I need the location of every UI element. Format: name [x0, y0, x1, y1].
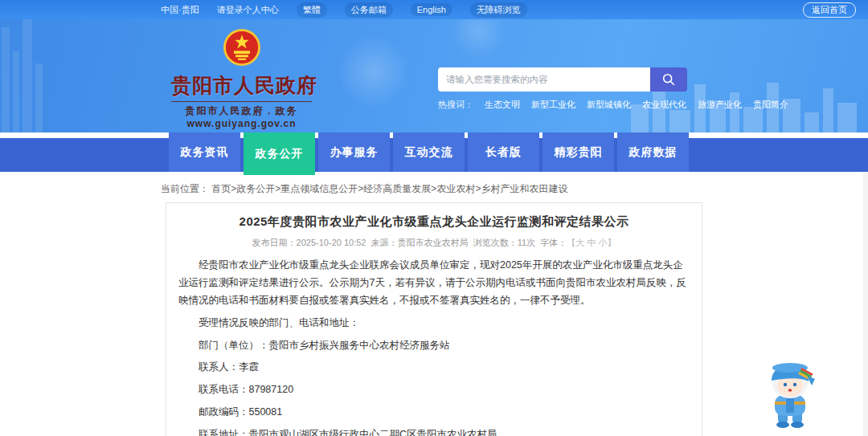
nav-item[interactable]: 精彩贵阳 — [542, 132, 614, 172]
breadcrumb: 当前位置： 首页>政务公开>重点领域信息公开>经济高质量发展>农业农村>乡村产业… — [161, 182, 707, 196]
article-title: 2025年度贵阳市农业产业化市级重点龙头企业运行监测和评定结果公示 — [178, 214, 690, 230]
national-emblem-icon — [223, 29, 260, 66]
nav-item[interactable]: 政务资讯 — [169, 132, 240, 172]
hot-search-label: 热搜词： — [438, 99, 473, 111]
search-input[interactable] — [438, 67, 650, 92]
article-paragraph: 经贵阳市农业产业化市级重点龙头企业联席会议成员单位审定，现对2025年开展的农业… — [178, 257, 690, 310]
article-meta: 发布日期：2025-10-20 10:52 来源：贵阳市农业农村局 浏览次数：1… — [178, 237, 690, 249]
search-icon — [661, 72, 676, 87]
service-mascot-icon[interactable] — [762, 360, 818, 429]
search-button[interactable] — [650, 67, 687, 92]
article-paragraph: 部门（单位）：贵阳市乡村振兴服务中心农村经济服务站 — [178, 337, 690, 355]
article-body: 经贵阳市农业产业化市级重点龙头企业联席会议成员单位审定，现对2025年开展的农业… — [178, 257, 690, 436]
back-to-home-button[interactable]: 返回首页 — [803, 2, 856, 18]
main-nav: 政务资讯政务公开办事服务互动交流长者版精彩贵阳政府数据 — [0, 132, 868, 173]
skyline-left-decoration — [0, 19, 48, 132]
hot-search-word[interactable]: 贵阳简介 — [753, 99, 788, 111]
nav-item[interactable]: 长者版 — [468, 132, 539, 172]
nav-item[interactable]: 办事服务 — [318, 132, 390, 172]
article-paragraph: 受理情况反映的部门、电话和地址： — [178, 315, 690, 332]
topbar-link[interactable]: 中国·贵阳 — [161, 4, 199, 16]
hot-search-word[interactable]: 新型工业化 — [531, 99, 575, 111]
article-card: 2025年度贵阳市农业产业化市级重点龙头企业运行监测和评定结果公示 发布日期：2… — [166, 202, 702, 436]
scrollbar[interactable] — [863, 173, 868, 436]
nav-item[interactable]: 互动交流 — [393, 132, 465, 172]
hot-search-word[interactable]: 生态文明 — [485, 99, 520, 111]
topbar-link[interactable]: English — [411, 3, 452, 16]
nav-item[interactable]: 政府数据 — [617, 132, 689, 172]
article-paragraph: 联系地址：贵阳市观山湖区市级行政中心二期C区贵阳市农业农村局 — [178, 426, 690, 436]
article-source: 来源：贵阳市农业农村局 — [371, 238, 469, 247]
site-subtitle: 贵阳市人民政府．政务 — [171, 101, 312, 118]
hot-search-word[interactable]: 农业现代化 — [642, 99, 686, 111]
topbar-links: 中国·贵阳请登录个人中心繁體公务邮箱English无障碍浏览 — [161, 2, 527, 18]
breadcrumb-label: 当前位置： — [161, 183, 209, 194]
hot-search-word[interactable]: 旅游产业化 — [698, 99, 742, 111]
hot-search-word[interactable]: 新型城镇化 — [587, 99, 631, 111]
font-size-label: 字体： — [540, 238, 567, 247]
site-logo[interactable]: 贵阳市人民政府 贵阳市人民政府．政务 www.guiyang.gov.cn — [171, 29, 312, 129]
search-area: 热搜词： 生态文明新型工业化新型城镇化农业现代化旅游产业化贵阳简介 — [438, 67, 687, 111]
header-banner: 贵阳市人民政府 贵阳市人民政府．政务 www.guiyang.gov.cn 热搜… — [0, 19, 868, 132]
view-count: 浏览次数：11次 — [473, 238, 535, 247]
article-paragraph: 联系电话：87987120 — [178, 381, 690, 399]
font-size-switcher[interactable]: 【大 中 小】 — [567, 238, 616, 247]
topbar-link[interactable]: 公务邮箱 — [345, 2, 393, 18]
article-paragraph: 邮政编码：550081 — [178, 404, 690, 422]
publish-date: 发布日期：2025-10-20 10:52 — [252, 238, 366, 247]
topbar-link[interactable]: 请登录个人中心 — [217, 4, 279, 16]
site-url: www.guiyang.gov.cn — [171, 118, 312, 129]
topbar-link[interactable]: 无障碍浏览 — [470, 2, 527, 18]
topbar: 中国·贵阳请登录个人中心繁體公务邮箱English无障碍浏览 返回首页 — [0, 0, 868, 19]
hot-search-words: 生态文明新型工业化新型城镇化农业现代化旅游产业化贵阳简介 — [485, 99, 788, 111]
topbar-link[interactable]: 繁體 — [297, 2, 327, 18]
article-paragraph: 联系人：李霞 — [178, 359, 690, 377]
breadcrumb-path[interactable]: 首页>政务公开>重点领域信息公开>经济高质量发展>农业农村>乡村产业和农田建设 — [211, 183, 567, 194]
site-title: 贵阳市人民政府 — [171, 72, 312, 99]
nav-item[interactable]: 政务公开 — [244, 132, 315, 175]
